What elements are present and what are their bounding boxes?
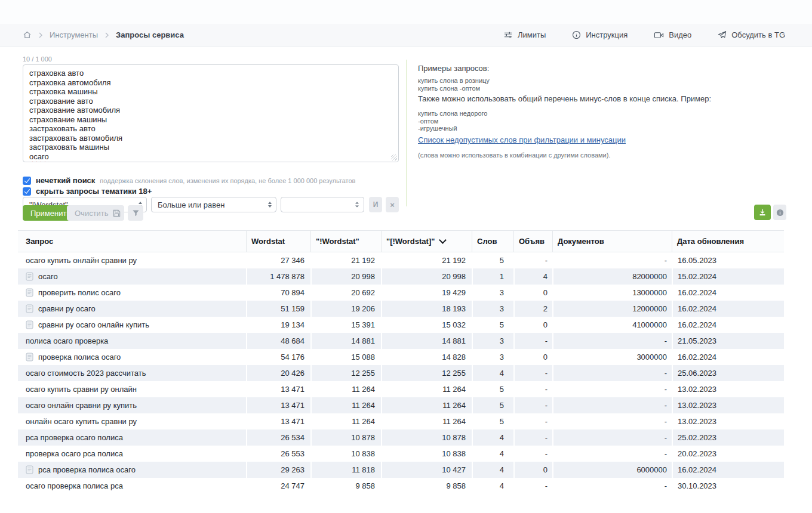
table-cell: 6000000 — [552, 462, 672, 478]
table-header-cell-4[interactable]: Слов — [472, 231, 513, 252]
nav-item-label: Лимиты — [518, 30, 546, 39]
column-label: Объяв — [519, 237, 545, 246]
info-filled-icon — [776, 209, 784, 217]
table-cell: 15 032 — [381, 317, 472, 333]
document-icon[interactable] — [26, 353, 33, 361]
forbidden-words-link[interactable]: Список недопустимых слов при фильтрации … — [418, 135, 626, 144]
table-row[interactable]: осаго проверка полиса рса24 7479 8589 85… — [18, 478, 784, 494]
number-spinner-icon[interactable] — [355, 202, 359, 208]
nav-item-label: Обсудить в TG — [731, 30, 785, 39]
table-row[interactable]: осаго купить сравни ру онлайн13 47111 26… — [18, 381, 784, 397]
query-cell: онлайн осаго купить сравни ру — [18, 413, 246, 429]
table-row[interactable]: сравни ру осаго51 15919 20618 1933212000… — [18, 301, 784, 317]
query-text: рса проверка полиса осаго — [38, 462, 136, 478]
hide-18plus-checkbox[interactable] — [23, 187, 31, 196]
home-icon[interactable] — [23, 30, 32, 39]
example-line: купить слона недорого — [418, 110, 487, 118]
query-cell: осаго — [18, 268, 246, 285]
table-cell: 13 471 — [246, 413, 310, 429]
table-row[interactable]: рса проверка полиса осаго29 26311 81810 … — [18, 462, 784, 478]
query-cell: полиса осаго проверка — [18, 333, 246, 349]
table-cell: 12 255 — [310, 365, 381, 381]
query-text: осаго стоимость 2023 рассчитать — [26, 365, 146, 381]
table-cell: 16.02.2024 — [672, 301, 784, 317]
table-header-cell-6[interactable]: Документов — [552, 231, 672, 252]
table-row[interactable]: проверить полис осаго70 89420 69219 4293… — [18, 285, 784, 301]
table-row[interactable]: проверка осаго рса полиса26 55310 83810 … — [18, 446, 784, 462]
table-cell: 26 553 — [246, 446, 310, 462]
resize-grip-icon[interactable] — [391, 154, 397, 160]
filter-operator-select[interactable]: Больше или равен — [151, 197, 276, 212]
table-row[interactable]: осаго1 478 87820 99820 998148200000015.0… — [18, 268, 784, 285]
table-cell: 19 134 — [246, 317, 310, 333]
filter-value-input[interactable] — [281, 197, 364, 212]
nav-item-sliders[interactable]: Лимиты — [503, 30, 546, 39]
document-icon[interactable] — [26, 272, 33, 281]
table-cell: 18 193 — [381, 301, 472, 317]
keyword-line: осаго — [29, 152, 392, 162]
table-header-cell-3[interactable]: "[!Wordstat]" — [381, 231, 472, 252]
document-icon[interactable] — [26, 320, 33, 329]
table-cell: 13.02.2023 — [672, 397, 784, 413]
fuzzy-search-checkbox[interactable] — [23, 177, 31, 185]
document-icon[interactable] — [26, 304, 33, 313]
keywords-textarea[interactable]: страховка автостраховка автомобилястрахо… — [23, 64, 399, 162]
document-icon[interactable] — [26, 465, 33, 474]
table-header-cell-7[interactable]: Дата обновления — [672, 231, 784, 252]
query-text: рса проверка осаго полиса — [26, 429, 123, 446]
table-row[interactable]: онлайн осаго купить сравни ру13 47111 26… — [18, 413, 784, 429]
nav-item-info-circle[interactable]: Инструкция — [572, 30, 628, 39]
nav-item-telegram[interactable]: Обсудить в TG — [718, 30, 785, 39]
table-cell: 11 264 — [310, 413, 381, 429]
table-header-cell-0[interactable]: Запрос — [18, 231, 246, 252]
table-cell: 13000000 — [552, 285, 672, 301]
filter-remove-button[interactable]: × — [386, 197, 399, 212]
examples-text-2: Также можно использовать общий перечень … — [418, 94, 711, 103]
table-row[interactable]: рса проверка осаго полиса26 53410 87810 … — [18, 429, 784, 446]
keyword-line: застраховать авто — [29, 124, 392, 134]
document-icon[interactable] — [26, 288, 33, 297]
table-cell: 3 — [472, 285, 513, 301]
column-label: Слов — [477, 237, 497, 246]
table-row[interactable]: осаго онлайн сравни ру купить13 47111 26… — [18, 397, 784, 413]
hide-18plus-label: скрыть запросы тематики 18+ — [36, 187, 152, 196]
table-cell: 2 — [513, 301, 552, 317]
example-line: -игрушечный — [418, 125, 487, 132]
save-filter-button[interactable] — [109, 205, 124, 221]
filter-and-button[interactable]: И — [369, 197, 382, 212]
table-row[interactable]: сравни ру осаго онлайн купить19 13415 39… — [18, 317, 784, 333]
breadcrumb-item-link[interactable]: Инструменты — [50, 30, 98, 39]
table-header-cell-5[interactable]: Объяв — [513, 231, 552, 252]
table-cell: 20 426 — [246, 365, 310, 381]
floppy-icon — [112, 209, 121, 218]
query-cell: проверить полис осаго — [18, 285, 246, 301]
table-header-cell-2[interactable]: "!Wordstat" — [310, 231, 381, 252]
nav-item-video[interactable]: Видео — [654, 30, 691, 39]
table-cell: 24 747 — [246, 478, 310, 494]
query-text: осаго проверка полиса рса — [26, 478, 123, 494]
table-row[interactable]: полиса осаго проверка48 68414 88114 8813… — [18, 333, 784, 349]
info-button[interactable] — [773, 205, 786, 220]
query-text: осаго купить сравни ру онлайн — [26, 381, 137, 397]
sort-desc-icon — [439, 236, 447, 244]
table-header-cell-1[interactable]: Wordstat — [246, 231, 310, 252]
fuzzy-search-hint: поддержка склонения слов, изменения их п… — [100, 177, 355, 184]
table-cell: 4 — [513, 268, 552, 285]
export-button[interactable] — [754, 205, 771, 220]
table-row[interactable]: осаго купить онлайн сравни ру27 34621 19… — [18, 252, 784, 268]
query-cell: осаго купить сравни ру онлайн — [18, 381, 246, 397]
query-cell: рса проверка полиса осаго — [18, 462, 246, 478]
table-cell: - — [513, 478, 552, 494]
table-row[interactable]: проверка полиса осаго54 17615 08814 8283… — [18, 349, 784, 365]
table-cell: 16.02.2024 — [672, 462, 784, 478]
table-row[interactable]: осаго стоимость 2023 рассчитать20 42612 … — [18, 365, 784, 381]
query-text: осаго купить онлайн сравни ру — [26, 252, 137, 268]
filter-toggle-button[interactable] — [128, 205, 143, 221]
table-cell: 30.10.2023 — [672, 478, 784, 494]
sliders-icon — [503, 30, 513, 39]
query-cell: осаго онлайн сравни ру купить — [18, 397, 246, 413]
table-cell: 5 — [472, 252, 513, 268]
filter-value-wrap — [281, 197, 364, 212]
keyword-line: страхование авто — [29, 97, 392, 106]
table-cell: 10 838 — [381, 446, 472, 462]
